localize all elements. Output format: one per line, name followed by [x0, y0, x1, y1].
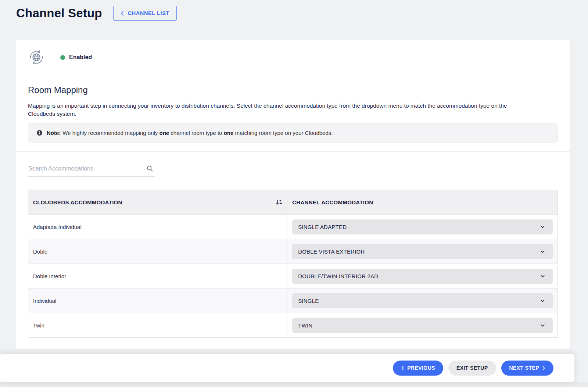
next-step-label: NEXT STEP — [509, 365, 539, 371]
exit-setup-button[interactable]: EXIT SETUP — [448, 361, 496, 376]
selected-channel-accommodation: TWIN — [298, 322, 312, 329]
sort-icon[interactable] — [275, 198, 283, 206]
column-header-cloudbeds: CLOUDBEDS ACCOMMODATION — [28, 190, 287, 214]
cloudbeds-accommodation-name: Doble — [28, 239, 287, 264]
note-text: Note:We highly recommended mapping only … — [47, 130, 333, 136]
chevron-right-icon — [542, 366, 545, 370]
page-title: Channel Setup — [16, 6, 102, 20]
status-label: Enabled — [69, 54, 92, 61]
table-row: Doble DOBLE VISTA EXTERIOR — [28, 239, 557, 264]
selected-channel-accommodation: SINGLE — [298, 298, 319, 304]
table-row: Twin TWIN — [28, 313, 557, 337]
cloudbeds-accommodation-name: Twin — [28, 313, 287, 337]
room-mapping-title: Room Mapping — [28, 85, 558, 95]
table-row: Adaptada Individual SINGLE ADAPTED — [28, 214, 557, 239]
channel-accommodation-select[interactable]: SINGLE — [292, 293, 553, 308]
bottom-strip — [0, 382, 588, 387]
table-row: Doble Interior DOUBLE/TWIN INTERIOR 2AD — [28, 264, 557, 288]
note-box: Note:We highly recommended mapping only … — [28, 123, 558, 143]
channel-accommodation-select[interactable]: TWIN — [292, 318, 553, 333]
previous-button[interactable]: PREVIOUS — [393, 361, 443, 376]
channel-setup-card: Enabled Room Mapping Mapping is an impor… — [16, 40, 570, 349]
status-badge: Enabled — [60, 54, 92, 61]
chevron-down-icon — [540, 323, 545, 328]
selected-channel-accommodation: DOUBLE/TWIN INTERIOR 2AD — [298, 273, 378, 279]
info-icon — [36, 130, 43, 136]
globe-sync-icon — [28, 49, 45, 66]
channel-accommodation-select[interactable]: DOUBLE/TWIN INTERIOR 2AD — [292, 269, 553, 284]
selected-channel-accommodation: SINGLE ADAPTED — [298, 224, 347, 230]
chevron-down-icon — [540, 249, 545, 254]
mapping-body-section: CLOUDBEDS ACCOMMODATION CHANNEL ACCOMMOD… — [16, 151, 570, 349]
wizard-footer: PREVIOUS EXIT SETUP NEXT STEP — [0, 354, 574, 382]
channel-list-label: CHANNEL LIST — [128, 10, 169, 16]
channel-accommodation-select[interactable]: DOBLE VISTA EXTERIOR — [292, 244, 553, 259]
search-accommodations — [28, 163, 155, 176]
column-header-channel: CHANNEL ACCOMMODATION — [287, 190, 557, 214]
note-label: Note: — [47, 130, 61, 136]
previous-label: PREVIOUS — [407, 365, 435, 371]
chevron-left-icon — [401, 366, 404, 370]
table-header-row: CLOUDBEDS ACCOMMODATION CHANNEL ACCOMMOD… — [28, 190, 557, 214]
cloudbeds-accommodation-name: Adaptada Individual — [28, 215, 287, 239]
cloudbeds-accommodation-name: Doble Interior — [28, 264, 287, 288]
room-mapping-section: Room Mapping Mapping is an important ste… — [16, 75, 570, 151]
channel-list-button[interactable]: CHANNEL LIST — [113, 6, 177, 21]
channel-status-section: Enabled — [16, 40, 570, 75]
chevron-down-icon — [540, 224, 545, 230]
page-header: Channel Setup CHANNEL LIST — [0, 0, 588, 23]
search-icon[interactable] — [146, 165, 153, 172]
selected-channel-accommodation: DOBLE VISTA EXTERIOR — [298, 248, 365, 255]
exit-setup-label: EXIT SETUP — [456, 365, 488, 371]
search-input[interactable] — [28, 165, 135, 172]
chevron-left-icon — [121, 11, 124, 16]
room-mapping-table: CLOUDBEDS ACCOMMODATION CHANNEL ACCOMMOD… — [28, 190, 558, 338]
channel-accommodation-select[interactable]: SINGLE ADAPTED — [292, 219, 553, 234]
status-dot — [60, 55, 65, 60]
chevron-down-icon — [540, 273, 545, 279]
table-row: Individual SINGLE — [28, 288, 557, 313]
room-mapping-description: Mapping is an important step in connecti… — [28, 102, 524, 118]
next-step-button[interactable]: NEXT STEP — [501, 361, 553, 376]
cloudbeds-accommodation-name: Individual — [28, 289, 287, 313]
chevron-down-icon — [540, 298, 545, 304]
